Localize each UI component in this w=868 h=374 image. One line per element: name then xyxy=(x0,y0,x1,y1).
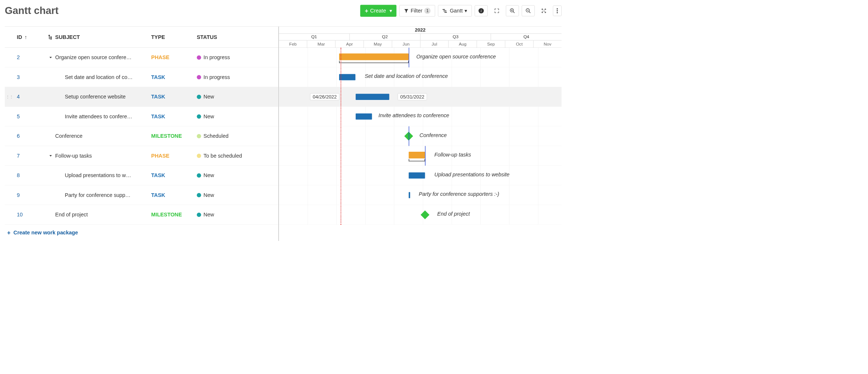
zoom-fit-button[interactable] xyxy=(538,6,550,16)
phase-bracket xyxy=(409,159,425,162)
filter-count-badge: 1 xyxy=(424,8,431,14)
table-row[interactable]: ⋮⋮10End of projectMILESTONENew xyxy=(5,205,278,225)
timeline-row[interactable]: Set date and location of conference xyxy=(279,67,562,87)
gantt-bar-task[interactable] xyxy=(356,94,389,100)
row-subject[interactable]: Invite attendees to confere… xyxy=(48,113,152,119)
gantt-bar-task[interactable] xyxy=(339,74,355,80)
timeline-row[interactable]: Follow-up tasks xyxy=(279,146,562,166)
table-row[interactable]: ⋮⋮6ConferenceMILESTONEScheduled xyxy=(5,126,278,146)
zoom-out-button[interactable] xyxy=(522,5,535,16)
timeline-row[interactable]: End of project xyxy=(279,205,562,225)
timeline-row[interactable]: 04/26/202205/31/2022 xyxy=(279,87,562,107)
timeline-row[interactable]: Upload presentations to website xyxy=(279,166,562,186)
filter-button[interactable]: Filter 1 xyxy=(399,5,435,17)
status-text: Scheduled xyxy=(203,133,228,139)
chevron-down-icon[interactable] xyxy=(48,55,53,59)
row-subject[interactable]: Setup conference website xyxy=(48,94,152,100)
row-id[interactable]: 7 xyxy=(5,152,48,159)
zoom-in-icon xyxy=(509,8,515,14)
gantt-milestone[interactable] xyxy=(421,211,430,219)
table-row[interactable]: ⋮⋮9Party for conference supp…TASKNew xyxy=(5,185,278,205)
column-id[interactable]: ID ↑ xyxy=(5,34,48,40)
table-row[interactable]: ⋮⋮7Follow-up tasksPHASETo be scheduled xyxy=(5,146,278,166)
drag-handle-icon[interactable]: ⋮⋮ xyxy=(6,94,14,99)
create-work-package-link[interactable]: + Create new work package xyxy=(5,224,278,241)
gantt-bar-phase[interactable] xyxy=(339,54,409,60)
row-id[interactable]: 10 xyxy=(5,212,48,218)
row-id[interactable]: 6 xyxy=(5,133,48,139)
gantt-bar-task[interactable] xyxy=(356,114,372,120)
gantt-bar-label: Conference xyxy=(420,132,447,139)
table-row[interactable]: ⋮⋮2Organize open source confere…PHASEIn … xyxy=(5,48,278,68)
row-subject[interactable]: Organize open source confere… xyxy=(48,54,152,61)
info-button[interactable]: i xyxy=(475,5,488,16)
row-id[interactable]: 9 xyxy=(5,192,48,198)
fullscreen-button[interactable] xyxy=(491,6,503,16)
table-row[interactable]: ⋮⋮4Setup conference websiteTASKNew xyxy=(5,87,278,107)
timeline-row[interactable]: Invite attendees to conference xyxy=(279,107,562,126)
timeline-month: Jun xyxy=(392,40,420,48)
status-dot-icon xyxy=(197,134,201,138)
caret-down-icon: ▾ xyxy=(389,8,392,14)
status-text: New xyxy=(203,192,214,198)
gantt-bar-task[interactable] xyxy=(409,192,410,198)
more-menu-button[interactable] xyxy=(553,6,561,16)
gantt-date-end[interactable]: 05/31/2022 xyxy=(398,93,427,100)
gantt-bar-label: Invite attendees to conference xyxy=(378,112,449,119)
create-button[interactable]: + Create ▾ xyxy=(360,5,397,17)
subject-text: Conference xyxy=(55,133,82,139)
row-subject[interactable]: Party for conference supp… xyxy=(48,192,152,198)
status-text: New xyxy=(203,113,214,119)
column-status[interactable]: STATUS xyxy=(195,34,278,40)
status-dot-icon xyxy=(197,75,201,79)
table-row[interactable]: ⋮⋮8Upload presentations to w…TASKNew xyxy=(5,166,278,186)
row-type: MILESTONE xyxy=(151,212,194,218)
gantt-icon xyxy=(442,8,448,13)
gantt-bar-phase[interactable] xyxy=(409,152,425,158)
table-row[interactable]: ⋮⋮5Invite attendees to confere…TASKNew xyxy=(5,107,278,126)
timeline-body[interactable]: Organize open source conferenceSet date … xyxy=(279,48,562,225)
create-row-label: Create new work package xyxy=(14,230,78,236)
row-subject[interactable]: Upload presentations to w… xyxy=(48,172,152,179)
row-type: TASK xyxy=(151,113,194,119)
view-select-button[interactable]: Gantt ▾ xyxy=(438,5,472,17)
row-subject[interactable]: Follow-up tasks xyxy=(48,152,152,159)
gantt-date-start[interactable]: 04/26/2022 xyxy=(310,93,339,100)
column-type[interactable]: TYPE xyxy=(151,34,194,40)
timeline-month: Oct xyxy=(505,40,533,48)
status-dot-icon xyxy=(197,94,201,99)
timeline-row[interactable]: Conference xyxy=(279,126,562,146)
timeline-month: Sep xyxy=(477,40,505,48)
row-status: New xyxy=(195,113,278,119)
row-status: New xyxy=(195,212,278,218)
timeline-row[interactable]: Organize open source conference xyxy=(279,48,562,68)
timeline-year: 2022 xyxy=(279,26,562,34)
row-status: New xyxy=(195,192,278,198)
row-id[interactable]: 8 xyxy=(5,172,48,179)
svg-text:i: i xyxy=(481,9,482,13)
dependency-line xyxy=(409,126,409,146)
chevron-down-icon[interactable] xyxy=(48,154,53,158)
subject-text: End of project xyxy=(55,212,88,218)
timeline-month: Feb xyxy=(279,40,307,48)
row-id[interactable]: 3 xyxy=(5,74,48,80)
funnel-icon xyxy=(404,8,409,13)
gantt-bar-task[interactable] xyxy=(409,172,425,179)
status-text: To be scheduled xyxy=(203,152,242,159)
svg-point-15 xyxy=(49,35,50,36)
subject-text: Invite attendees to confere… xyxy=(65,113,132,119)
column-subject[interactable]: SUBJECT xyxy=(48,34,152,40)
sort-asc-icon: ↑ xyxy=(25,34,27,40)
row-subject[interactable]: Set date and location of co… xyxy=(48,74,152,80)
row-subject[interactable]: Conference xyxy=(48,133,152,139)
zoom-in-button[interactable] xyxy=(506,5,519,16)
row-id[interactable]: 2 xyxy=(5,54,48,61)
timeline-month: Mar xyxy=(307,40,335,48)
timeline-row[interactable]: Party for conference supporters :-) xyxy=(279,185,562,205)
svg-rect-1 xyxy=(444,11,447,11)
row-subject[interactable]: End of project xyxy=(48,212,152,218)
table-row[interactable]: ⋮⋮3Set date and location of co…TASKIn pr… xyxy=(5,67,278,87)
status-text: In progress xyxy=(203,54,230,61)
row-type: PHASE xyxy=(151,54,194,61)
row-id[interactable]: 5 xyxy=(5,113,48,119)
